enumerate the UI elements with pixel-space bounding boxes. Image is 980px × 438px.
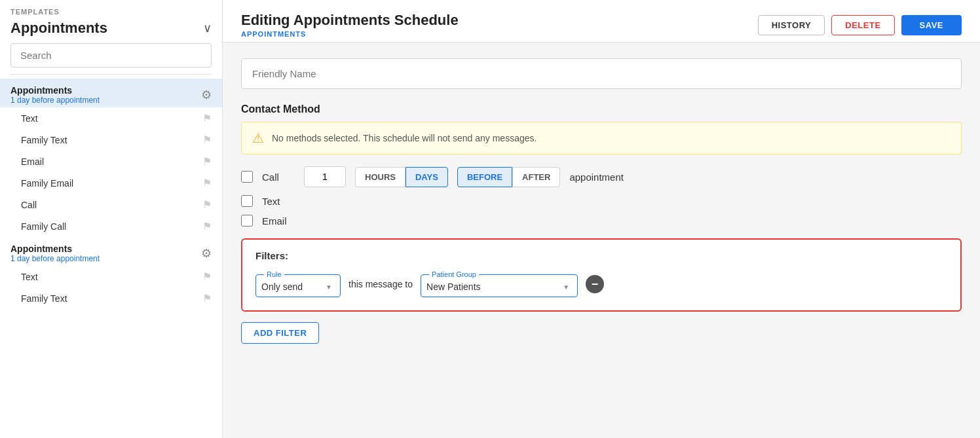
warning-icon: ⚠ (252, 130, 264, 146)
text-label: Text (262, 196, 295, 207)
sidebar-item-email-1[interactable]: Email ⚑ (0, 151, 222, 172)
sidebar-group-label-1: Appointments (10, 85, 100, 96)
filter-row: Rule Only send Do not send this message … (255, 270, 947, 297)
flag-icon-call-1: ⚑ (202, 198, 212, 211)
sidebar-group-appointments-1[interactable]: Appointments 1 day before appointment ⚙ (0, 79, 222, 107)
flag-icon-text-1: ⚑ (202, 112, 212, 124)
page-title: Editing Appointments Schedule (241, 12, 459, 29)
filter-middle-text: this message to (349, 279, 413, 289)
call-option-row: Call HOURS DAYS BEFORE AFTER appointment (241, 166, 962, 187)
gear-icon-2[interactable]: ⚙ (201, 246, 212, 261)
before-button[interactable]: BEFORE (457, 167, 512, 187)
sidebar-child-label-text-1: Text (21, 113, 38, 124)
sidebar-child-label-text-2: Text (21, 272, 38, 282)
days-button[interactable]: DAYS (405, 167, 448, 187)
sidebar-item-text-2[interactable]: Text ⚑ (0, 266, 222, 287)
gear-icon-1[interactable]: ⚙ (201, 88, 212, 102)
rule-legend: Rule (264, 270, 284, 278)
sidebar-child-label-family-text-2: Family Text (21, 293, 67, 304)
main-content: Editing Appointments Schedule APPOINTMEN… (223, 0, 980, 438)
remove-filter-button[interactable]: − (586, 275, 604, 293)
sidebar-child-label-family-text-1: Family Text (21, 135, 67, 145)
sidebar-group-appointments-2[interactable]: Appointments 1 day before appointment ⚙ (0, 237, 222, 266)
warning-text: No methods selected. This schedule will … (272, 133, 537, 143)
flag-icon-text-2: ⚑ (202, 270, 212, 283)
rule-select-wrap: Only send Do not send (261, 281, 335, 293)
sidebar-item-text-1[interactable]: Text ⚑ (0, 107, 222, 129)
main-title-block: Editing Appointments Schedule APPOINTMEN… (241, 12, 459, 38)
history-button[interactable]: HISTORY (758, 15, 825, 35)
flag-icon-email-1: ⚑ (202, 155, 212, 168)
hours-button[interactable]: HOURS (355, 167, 405, 187)
before-after-group: BEFORE AFTER (457, 167, 561, 187)
filters-title: Filters: (255, 250, 947, 261)
contact-method-label: Contact Method (241, 103, 962, 115)
email-checkbox[interactable] (241, 215, 253, 227)
rule-select[interactable]: Only send Do not send (261, 282, 335, 292)
patient-group-select-wrap: New Patients Existing Patients All Patie… (426, 281, 572, 293)
flag-icon-family-text-1: ⚑ (202, 134, 212, 146)
friendly-name-input[interactable] (241, 58, 962, 89)
after-button[interactable]: AFTER (512, 167, 560, 187)
text-checkbox[interactable] (241, 195, 253, 207)
sidebar-header: TEMPLATES Appointments ∨ (0, 0, 222, 79)
timing-btn-group: HOURS DAYS (355, 167, 448, 187)
flag-icon-family-call-1: ⚑ (202, 220, 212, 232)
add-filter-button[interactable]: ADD FILTER (241, 322, 319, 344)
email-label: Email (262, 215, 295, 227)
sidebar-title-row: Appointments ∨ (10, 20, 212, 37)
sidebar-scroll-area: Appointments 1 day before appointment ⚙ … (0, 79, 222, 438)
filters-box: Filters: Rule Only send Do not send this… (241, 238, 962, 312)
sidebar-item-family-text-1[interactable]: Family Text ⚑ (0, 129, 222, 151)
warning-box: ⚠ No methods selected. This schedule wil… (241, 122, 962, 155)
call-checkbox[interactable] (241, 171, 253, 183)
patient-group-fieldset: Patient Group New Patients Existing Pati… (421, 270, 578, 297)
header-actions: HISTORY DELETE SAVE (758, 15, 962, 35)
patient-group-legend: Patient Group (429, 270, 479, 278)
save-button[interactable]: SAVE (901, 15, 962, 35)
templates-label: TEMPLATES (10, 8, 212, 16)
email-option-row: Email (241, 215, 962, 227)
delete-button[interactable]: DELETE (831, 15, 894, 35)
flag-icon-family-email-1: ⚑ (202, 177, 212, 189)
sidebar-divider (10, 74, 212, 75)
rule-fieldset: Rule Only send Do not send (255, 270, 341, 297)
sidebar: TEMPLATES Appointments ∨ Appointments 1 … (0, 0, 223, 438)
patient-group-select[interactable]: New Patients Existing Patients All Patie… (426, 282, 572, 292)
sidebar-group-sub-1: 1 day before appointment (10, 96, 100, 105)
sidebar-group-sub-2: 1 day before appointment (10, 254, 100, 263)
sidebar-child-label-email-1: Email (21, 156, 44, 167)
sidebar-title: Appointments (10, 20, 107, 37)
timing-value-input[interactable] (304, 166, 346, 187)
flag-icon-family-text-2: ⚑ (202, 292, 212, 304)
sidebar-item-family-call-1[interactable]: Family Call ⚑ (0, 215, 222, 237)
search-input[interactable] (10, 43, 212, 67)
page-subtitle: APPOINTMENTS (241, 30, 459, 38)
sidebar-item-family-email-1[interactable]: Family Email ⚑ (0, 172, 222, 194)
text-option-row: Text (241, 195, 962, 207)
sidebar-child-label-call-1: Call (21, 200, 37, 210)
call-label: Call (262, 172, 295, 183)
sidebar-child-label-family-call-1: Family Call (21, 221, 66, 232)
sidebar-item-family-text-2[interactable]: Family Text ⚑ (0, 287, 222, 309)
main-header: Editing Appointments Schedule APPOINTMEN… (223, 0, 980, 43)
sidebar-item-call-1[interactable]: Call ⚑ (0, 194, 222, 215)
chevron-down-icon[interactable]: ∨ (203, 21, 212, 35)
sidebar-group-label-2: Appointments (10, 244, 100, 254)
appointment-text: appointment (569, 172, 624, 183)
main-body: Contact Method ⚠ No methods selected. Th… (223, 43, 980, 438)
sidebar-child-label-family-email-1: Family Email (21, 178, 73, 189)
